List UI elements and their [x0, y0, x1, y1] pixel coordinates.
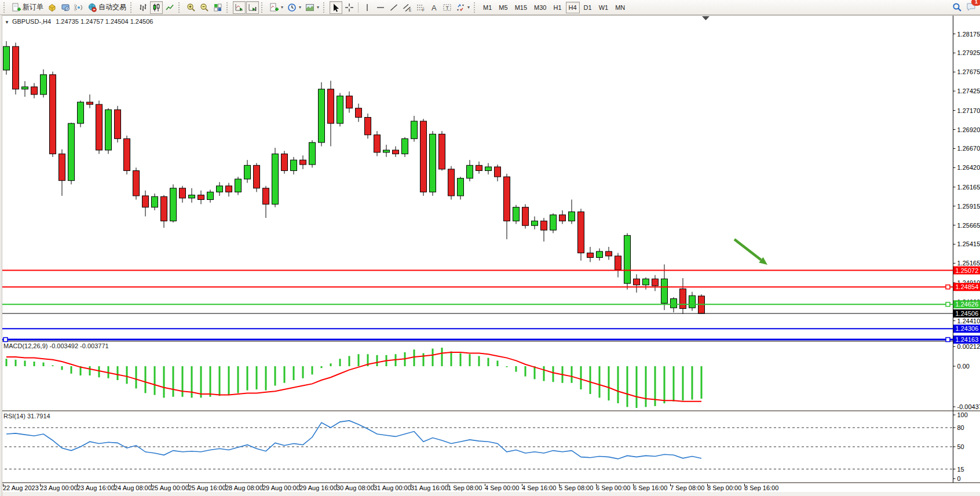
timeframe-button-m30[interactable]: M30: [531, 2, 549, 13]
bear-candle: [476, 165, 482, 170]
chart-shift-button[interactable]: [246, 1, 259, 14]
new-order-label: 新订单: [23, 2, 43, 12]
time-axis-label: 29 Aug 00:00: [262, 484, 300, 491]
new-order-icon: [12, 3, 21, 12]
timeframe-button-h4[interactable]: H4: [566, 2, 580, 13]
signals-button[interactable]: [72, 1, 85, 14]
vertical-line-tool-button[interactable]: [361, 1, 374, 14]
macd-histogram-bar: [34, 362, 35, 366]
text-label-tool-button[interactable]: T: [441, 1, 454, 14]
auto-scroll-button[interactable]: [233, 1, 246, 14]
chart-dropdown-icon[interactable]: ▼: [5, 20, 9, 25]
bar-chart-button[interactable]: [137, 1, 149, 14]
bear-candle: [142, 196, 149, 207]
macd-histogram-bar: [469, 354, 471, 366]
timeframe-button-d1[interactable]: D1: [581, 2, 595, 13]
toolbar-grip[interactable]: [261, 2, 265, 13]
search-button[interactable]: [950, 1, 964, 14]
cursor-button[interactable]: [330, 1, 342, 14]
indicators-icon: [269, 3, 279, 12]
macd-histogram-bar: [163, 366, 165, 397]
price-tag-label: 1.24626: [956, 301, 979, 308]
bear-candle: [31, 87, 38, 94]
macd-histogram-bar: [451, 351, 452, 366]
macd-indicator-label: MACD(12,26,9) -0.003492 -0.003771: [3, 342, 109, 349]
candlestick-chart-icon: [152, 3, 161, 12]
horizontal-price-lines[interactable]: 1.250721.248541.246261.245061.243061.241…: [0, 267, 980, 344]
zoom-out-button[interactable]: [198, 1, 211, 14]
new-order-button[interactable]: 新订单: [10, 1, 45, 14]
bear-candle: [439, 134, 445, 169]
notification-badge[interactable]: 1: [971, 0, 980, 6]
time-axis-label: 28 Aug 08:00: [225, 484, 263, 491]
time-axis-label: 5 Sep 08:00: [559, 484, 593, 491]
bear-candle: [522, 207, 529, 226]
equidistant-channel-tool-button[interactable]: E: [401, 1, 414, 14]
dropdown-caret[interactable]: ▾: [299, 5, 301, 10]
cursor-icon: [331, 3, 341, 12]
bull-candle: [319, 89, 325, 143]
time-axis-label: 22 Aug 2023: [3, 484, 39, 491]
fibonacci-icon: F: [416, 3, 425, 12]
text-tool-button[interactable]: A: [427, 1, 440, 14]
chart-canvas[interactable]: 1.281751.279251.276751.274251.271701.269…: [0, 0, 980, 496]
periods-button[interactable]: ▾: [286, 1, 303, 14]
dropdown-caret[interactable]: ▾: [281, 5, 283, 10]
toolbar-grip[interactable]: [130, 2, 134, 13]
bear-candle: [59, 154, 65, 181]
dropdown-caret[interactable]: ▾: [467, 5, 470, 10]
crosshair-button[interactable]: [343, 1, 356, 14]
zoom-in-button[interactable]: [185, 1, 198, 14]
toolbar-grip[interactable]: [226, 2, 230, 13]
bear-candle: [133, 171, 140, 196]
macd-histogram-bar: [182, 366, 184, 397]
bull-candle: [105, 110, 112, 150]
line-chart-button[interactable]: [163, 1, 176, 14]
fibonacci-tool-button[interactable]: F: [414, 1, 427, 14]
bear-candle: [652, 279, 659, 286]
arrow-annotation[interactable]: [734, 239, 767, 265]
virtual-hosting-button[interactable]: [59, 1, 72, 14]
tile-windows-button[interactable]: [211, 1, 224, 14]
timeframe-button-mn[interactable]: MN: [612, 2, 628, 13]
toolbar-grip[interactable]: [323, 2, 327, 13]
macd-histogram-bar: [534, 366, 536, 379]
bear-candle: [420, 121, 427, 192]
chart-shift-marker[interactable]: [702, 16, 710, 20]
toolbar-grip[interactable]: [3, 2, 7, 13]
bull-candle: [661, 279, 668, 303]
timeframe-button-w1[interactable]: W1: [596, 2, 612, 13]
indicators-button[interactable]: ▾: [268, 1, 285, 14]
macd-histogram-bar: [506, 366, 508, 367]
trading-platform-window: 新订单 自动交易 ▾ ▾ ▾ E F A: [0, 0, 980, 496]
time-axis-label: 4 Sep 00:00: [485, 484, 519, 491]
macd-histogram-bar: [275, 366, 276, 386]
bear-candle: [87, 102, 93, 104]
horizontal-line-tool-button[interactable]: [374, 1, 387, 14]
bull-candle: [532, 221, 538, 225]
timeframe-button-h1[interactable]: H1: [550, 2, 564, 13]
macd-histogram-bar: [441, 348, 443, 366]
macd-histogram-bar: [701, 366, 703, 399]
autotrading-button[interactable]: 自动交易: [86, 1, 128, 14]
vertical-line-icon: [363, 3, 372, 12]
templates-button[interactable]: ▾: [303, 1, 321, 14]
trendline-tool-button[interactable]: [387, 1, 400, 14]
arrows-tool-button[interactable]: ▾: [454, 1, 471, 14]
toolbar-grip[interactable]: [474, 2, 477, 13]
macd-histogram-bar: [673, 366, 675, 402]
timeframe-button-m15[interactable]: M15: [512, 2, 530, 13]
timeframe-button-m1[interactable]: M1: [480, 2, 495, 13]
history-center-button[interactable]: [46, 1, 58, 14]
bull-candle: [569, 212, 575, 221]
timeframe-group: M1M5M15M30H1H4D1W1MN: [480, 2, 628, 13]
dropdown-caret[interactable]: ▾: [317, 5, 319, 10]
bull-candle: [689, 296, 696, 308]
bear-candle: [180, 188, 186, 198]
toolbar-grip[interactable]: [178, 2, 182, 13]
bull-candle: [513, 207, 520, 221]
macd-histogram-bar: [571, 366, 573, 383]
candlestick-chart-button[interactable]: [150, 1, 163, 14]
timeframe-button-m5[interactable]: M5: [496, 2, 510, 13]
chart-shift-icon: [248, 3, 257, 12]
